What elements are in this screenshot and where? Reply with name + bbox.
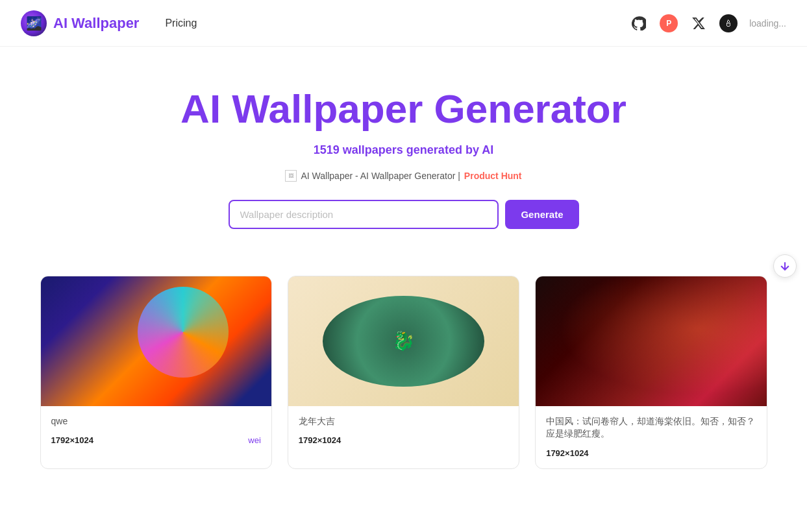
logo-icon: 🌌 [21, 10, 47, 36]
twitter-icon[interactable] [689, 14, 708, 32]
card-dimensions-3: 1792×1024 [546, 448, 588, 458]
wallpaper-image-1 [41, 276, 271, 406]
card-meta-1: 1792×1024 wei [51, 435, 261, 445]
card-info-3: 中国风：试问卷帘人，却道海棠依旧。知否，知否？应是绿肥红瘦。 1792×1024 [536, 406, 766, 468]
gallery-section: qwe 1792×1024 wei 🐉 龙年大吉 1792×1024 中国风：试… [14, 255, 793, 490]
wallpaper-image-3 [536, 276, 766, 406]
header: 🌌 AI Wallpaper Pricing P 🕯 loading... [0, 0, 807, 47]
card-info-2: 龙年大吉 1792×1024 [288, 406, 519, 456]
header-right: P 🕯 loading... [630, 14, 786, 32]
card-dimensions-2: 1792×1024 [299, 435, 341, 445]
hero-subtitle: 1519 wallpapers generated by AI [314, 143, 493, 157]
hero-section: AI Wallpaper Generator 1519 wallpapers g… [0, 47, 807, 255]
nav-pricing-link[interactable]: Pricing [165, 18, 197, 29]
card-description-1: qwe [51, 415, 261, 428]
card-meta-3: 1792×1024 [546, 448, 756, 458]
search-row: Generate [229, 200, 579, 229]
card-description-2: 龙年大吉 [299, 415, 508, 428]
card-description-3: 中国风：试问卷帘人，却道海棠依旧。知否，知否？应是绿肥红瘦。 [546, 415, 756, 441]
hero-title: AI Wallpaper Generator [180, 86, 627, 132]
wallpaper-card-1: qwe 1792×1024 wei [40, 276, 272, 469]
wallpaper-image-2: 🐉 [288, 276, 519, 406]
logo-link[interactable]: 🌌 AI Wallpaper [21, 10, 139, 36]
wallpaper-count: 1519 [314, 143, 340, 156]
logo-text: AI Wallpaper [53, 15, 139, 32]
product-hunt-badge: 🖼 AI Wallpaper - AI Wallpaper Generator … [285, 170, 521, 182]
card-meta-2: 1792×1024 [299, 435, 508, 445]
product-hunt-icon[interactable]: P [660, 14, 678, 32]
hero-subtitle-text: wallpapers generated by AI [343, 143, 493, 156]
ph-link[interactable]: Product Hunt [464, 171, 522, 181]
ph-label: AI Wallpaper - AI Wallpaper Generator | [301, 171, 460, 181]
loading-status: loading... [749, 18, 786, 29]
card-info-1: qwe 1792×1024 wei [41, 406, 271, 456]
ph-thumbnail: 🖼 [285, 170, 297, 182]
dragon-decoration: 🐉 [323, 296, 484, 387]
scroll-hint-button[interactable] [773, 254, 797, 278]
wallpaper-card-3: 中国风：试问卷帘人，却道海棠依旧。知否，知否？应是绿肥红瘦。 1792×1024 [535, 276, 767, 469]
search-input[interactable] [229, 200, 499, 229]
wallpaper-card-2: 🐉 龙年大吉 1792×1024 [288, 276, 519, 469]
card-dimensions-1: 1792×1024 [51, 435, 93, 445]
card-author-1: wei [248, 435, 261, 445]
github-icon[interactable] [630, 14, 648, 32]
generate-button[interactable]: Generate [505, 200, 578, 229]
tip-jar-icon[interactable]: 🕯 [719, 14, 738, 32]
